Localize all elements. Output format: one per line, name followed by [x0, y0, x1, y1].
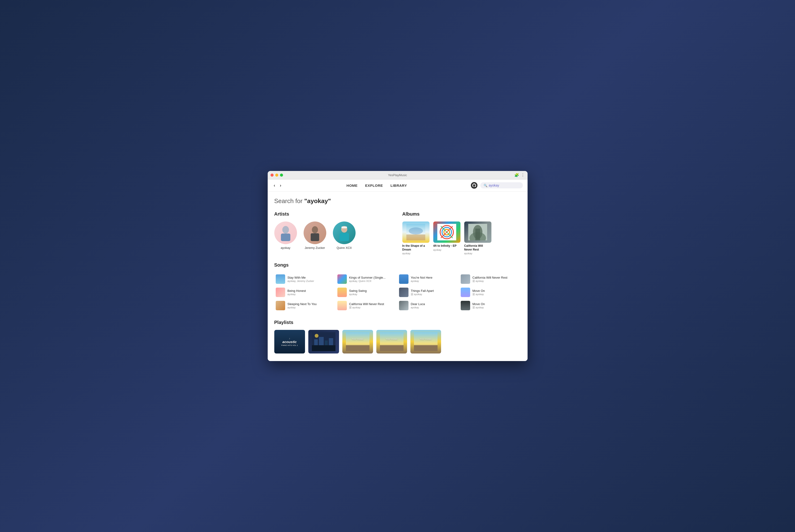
song-thumb-things-fall-apart [399, 288, 408, 297]
song-thumb-being-honest [276, 288, 285, 297]
playlists-section: Playlists ♪ acoustic PIANO HITS VOL.1 [274, 320, 521, 355]
album-cover-california [464, 222, 492, 243]
svg-text:TOO YOUNG: TOO YOUNG [420, 338, 431, 340]
song-title-move-on-2: Move On [473, 302, 519, 306]
playlist-card-acoustic[interactable]: ♪ acoustic PIANO HITS VOL.1 [274, 330, 305, 355]
song-item-california-2[interactable]: California Will Never Rest ♪ ayokay [336, 299, 398, 312]
close-button[interactable] [271, 174, 274, 177]
traffic-lights [271, 174, 283, 177]
song-item-move-on-1[interactable]: Move On ♪ ayokay [459, 286, 521, 299]
svg-rect-31 [380, 345, 404, 351]
playlists-list: ♪ acoustic PIANO HITS VOL.1 [274, 330, 521, 355]
song-thumb-california-2 [337, 301, 347, 310]
plugin-icon[interactable]: 🧩 [514, 173, 519, 177]
window-title: YesPlayMusic [388, 173, 407, 177]
playlist-card-4[interactable]: TOO YOUNG [376, 330, 407, 355]
minimize-button[interactable] [275, 174, 278, 177]
song-title-dear-luca: Dear Luca [411, 302, 458, 306]
song-item-things-fall-apart[interactable]: Things Fall Apart ♪ ayokay [398, 286, 459, 299]
svg-text:TOO YOUNG: TOO YOUNG [386, 338, 398, 340]
playlist-card-3[interactable]: TOO YOUNG [342, 330, 373, 355]
song-artist-move-on-1: ♪ ayokay [473, 293, 519, 296]
song-info-sleeping: Sleeping Next To You ayokay [288, 302, 335, 309]
svg-rect-1 [281, 233, 290, 241]
artist-card-ayokay[interactable]: ayokay [274, 222, 297, 250]
svg-point-9 [409, 227, 423, 234]
album-card-california[interactable]: California Will Never Rest ayokay [464, 222, 492, 255]
song-artist-things-fall-apart: ♪ ayokay [411, 293, 458, 296]
navbar: ‹ › HOME EXPLORE LIBRARY 🔍 [268, 179, 528, 192]
song-artist-move-on-2: ♪ ayokay [473, 306, 519, 309]
album-card-dream[interactable]: In the Shape of a Dream ayokay [402, 222, 429, 255]
album-card-4ft[interactable]: 4ft to Infinity - EP ayokay [433, 222, 460, 255]
song-artist-kings: ayokay, Quinn XCII [349, 280, 396, 282]
song-info-dear-luca: Dear Luca ayokay [411, 302, 458, 309]
song-info-kings: Kings of Summer (Single... ayokay, Quinn… [349, 276, 396, 282]
song-info-swing-swing: Swing Swing ayokay [349, 289, 396, 296]
song-thumb-kings [337, 274, 347, 284]
songs-section: Songs Stay With Me ayokay, Jeremy Zucker… [274, 262, 521, 312]
back-button[interactable]: ‹ [272, 183, 277, 188]
menu-icon[interactable]: ⋮ [521, 173, 525, 177]
song-item-sleeping[interactable]: Sleeping Next To You ayokay [274, 299, 336, 312]
song-item-dear-luca[interactable]: Dear Luca ayokay [398, 299, 459, 312]
song-artist-california-1: ♪ ayokay [473, 280, 519, 282]
search-prefix: Search for [274, 197, 304, 205]
song-item-not-here[interactable]: You're Not Here ayokay [398, 272, 459, 286]
song-thumb-california-1 [461, 274, 470, 284]
svg-point-2 [312, 226, 318, 233]
nav-links: HOME EXPLORE LIBRARY [286, 184, 467, 188]
nav-library[interactable]: LIBRARY [390, 184, 407, 188]
svg-point-26 [315, 334, 318, 338]
song-item-california-1[interactable]: California Will Never Rest ♪ ayokay [459, 272, 521, 286]
playlist-cover-3: TOO YOUNG [342, 330, 373, 354]
song-info-not-here: You're Not Here ayokay [411, 276, 458, 282]
song-item-being-honest[interactable]: Being Honest ayokay [274, 286, 336, 299]
song-item-swing-swing[interactable]: Swing Swing ayokay [336, 286, 398, 299]
artists-title: Artists [274, 211, 393, 217]
playlist-cover-acoustic: ♪ acoustic PIANO HITS VOL.1 [274, 330, 305, 354]
playlist-card-2[interactable] [308, 330, 339, 355]
artist-avatar-jeremy [303, 222, 326, 244]
album-title-dream: In the Shape of a Dream [402, 244, 429, 251]
nav-explore[interactable]: EXPLORE [365, 184, 383, 188]
playlist-card-5[interactable]: TOO YOUNG [410, 330, 441, 355]
artist-avatar-quinn [333, 222, 355, 244]
song-title-being-honest: Being Honest [288, 289, 335, 292]
svg-rect-6 [341, 226, 347, 228]
song-thumb-not-here [399, 274, 408, 284]
svg-rect-5 [339, 233, 349, 241]
song-artist-swing-swing: ayokay [349, 293, 396, 296]
song-item-stay-with-me[interactable]: Stay With Me ayokay, Jeremy Zucker [274, 272, 336, 286]
artist-name-quinn: Quinn XCII [337, 246, 352, 250]
artist-name-jeremy: Jeremy Zucker [305, 246, 325, 250]
album-title-california: California Will Never Rest [464, 244, 492, 251]
song-item-move-on-2[interactable]: Move On ♪ ayokay [459, 299, 521, 312]
song-artist-icon-11: ♪ [473, 306, 475, 309]
song-artist-stay-with-me: ayokay, Jeremy Zucker [288, 280, 335, 282]
artist-card-quinn[interactable]: Quinn XCII [333, 222, 355, 250]
song-artist-icon-7: ♪ [473, 293, 475, 296]
artist-card-jeremy[interactable]: Jeremy Zucker [303, 222, 326, 250]
song-title-move-on-1: Move On [473, 289, 519, 292]
search-box[interactable]: 🔍 [480, 182, 523, 188]
song-thumb-move-on-2 [461, 301, 470, 310]
album-artist-4ft: ayokay [433, 248, 460, 251]
nav-arrows: ‹ › [272, 183, 283, 188]
song-item-kings[interactable]: Kings of Summer (Single... ayokay, Quinn… [336, 272, 398, 286]
svg-point-0 [282, 226, 289, 233]
song-artist-icon-1: ♪ [473, 280, 475, 282]
nav-home[interactable]: HOME [347, 184, 358, 188]
song-artist-being-honest: ayokay [288, 293, 335, 296]
song-thumb-dear-luca [399, 301, 408, 310]
github-icon[interactable] [471, 182, 478, 189]
search-input[interactable] [489, 184, 517, 187]
forward-button[interactable]: › [279, 183, 283, 188]
artists-albums-row: Artists ayokay [274, 211, 521, 255]
album-artist-california: ayokay [464, 252, 492, 255]
nav-right: 🔍 [471, 182, 523, 189]
song-info-being-honest: Being Honest ayokay [288, 289, 335, 296]
maximize-button[interactable] [280, 174, 283, 177]
page-title: Search for "ayokay" [274, 197, 521, 205]
song-thumb-move-on-1 [461, 288, 470, 297]
